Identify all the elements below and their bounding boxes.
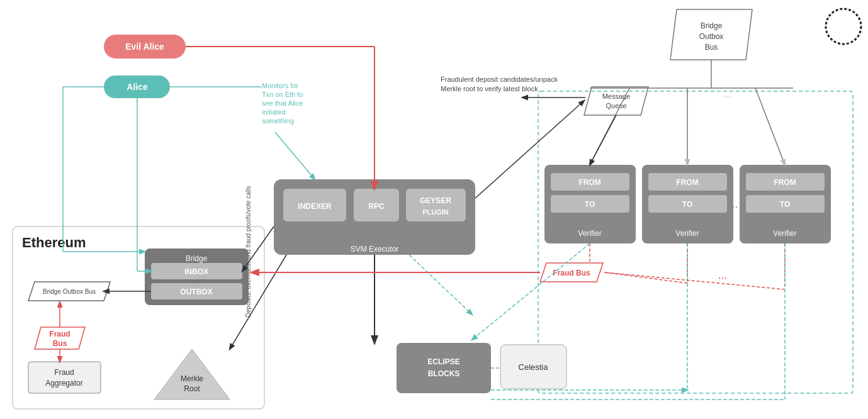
from2-label: FROM bbox=[676, 178, 698, 187]
verifier2-label: Verifier bbox=[675, 229, 699, 238]
fraud-bus-left-label2: Bus bbox=[53, 339, 67, 348]
fraud-aggregator-label1: Fraud bbox=[54, 368, 74, 377]
outbox-label: OUTBOX bbox=[180, 288, 212, 296]
indexer-label: INDEXER bbox=[298, 202, 332, 211]
monitors-label4: initiated bbox=[262, 108, 286, 116]
monitors-label3: see that Alice bbox=[262, 99, 303, 107]
eclipse-blocks-label1: ECLIPSE bbox=[427, 357, 459, 366]
eclipse-blocks-box bbox=[397, 343, 491, 393]
verifier3-label: Verifier bbox=[773, 229, 796, 238]
monitors-label: Monitors for bbox=[262, 82, 298, 89]
from1-label: FROM bbox=[578, 178, 600, 187]
ethereum-label: Ethereum bbox=[22, 235, 86, 250]
bridge-outbox-bus-top-label3: Bus bbox=[705, 43, 718, 52]
svm-to-celestia-teal bbox=[409, 255, 472, 315]
eclipse-logo bbox=[826, 9, 861, 44]
alice-label: Alice bbox=[127, 82, 148, 92]
inbox-label: INBOX bbox=[184, 267, 208, 276]
svm-executor-label: SVM Executor bbox=[351, 245, 399, 254]
from3-label: FROM bbox=[774, 178, 796, 187]
message-queue-label2: Queue bbox=[606, 102, 626, 109]
verifier3-fraud-h bbox=[604, 272, 785, 289]
geyser-box bbox=[406, 189, 466, 221]
fraud-aggregator-box bbox=[28, 362, 101, 393]
evil-alice-label: Evil Alice bbox=[125, 42, 164, 52]
bridge-label: Bridge bbox=[186, 254, 208, 263]
celestia-label: Celestia bbox=[519, 362, 549, 372]
verifier1-label: Verifier bbox=[578, 229, 601, 238]
fraudulent-label2: Merkle root to verify latest block bbox=[441, 85, 538, 92]
fraud-bus-left-label1: Fraud bbox=[49, 330, 70, 338]
monitors-label2: Txn on Eth to bbox=[262, 91, 303, 98]
bridge-outbox-bus-left-label: Bridge Outbox Bus bbox=[43, 288, 96, 295]
bridge-outbox-bus-top-label2: Outbox bbox=[699, 32, 724, 41]
architecture-diagram: Ethereum Evil Alice Alice Monitors for T… bbox=[0, 0, 868, 419]
ellipsis-verifiers: ... bbox=[728, 198, 738, 210]
bus-to-ver3 bbox=[755, 88, 785, 165]
to3-label: TO bbox=[780, 200, 790, 209]
geyser-label1: GEYSER bbox=[420, 196, 451, 205]
ver1-teal-down bbox=[472, 243, 590, 340]
ellipsis-fraud: ... bbox=[718, 269, 727, 281]
geyser-label2: PLUGIN bbox=[422, 208, 449, 216]
to2-label: TO bbox=[682, 200, 692, 209]
msgq-down bbox=[590, 115, 616, 165]
fraud-bus-right-label: Fraud Bus bbox=[553, 269, 590, 277]
monitors-label5: something bbox=[262, 117, 294, 125]
bridge-outbox-bus-top-label1: Bridge bbox=[701, 21, 723, 30]
diagram: Ethereum Evil Alice Alice Monitors for T… bbox=[0, 0, 868, 419]
merkle-root-label1: Merkle bbox=[181, 374, 203, 383]
ellipsis-top: ... bbox=[723, 89, 731, 99]
to1-label: TO bbox=[585, 200, 595, 209]
fraud-aggregator-label2: Aggregator bbox=[45, 379, 82, 388]
eclipse-blocks-label2: BLOCKS bbox=[428, 369, 460, 378]
monitor-to-svm bbox=[275, 132, 315, 179]
merkle-root-label2: Root bbox=[184, 384, 200, 393]
fraudulent-label1: Fraudulent deposit candidates/unpack bbox=[441, 75, 558, 83]
rpc-label: RPC bbox=[368, 202, 385, 211]
